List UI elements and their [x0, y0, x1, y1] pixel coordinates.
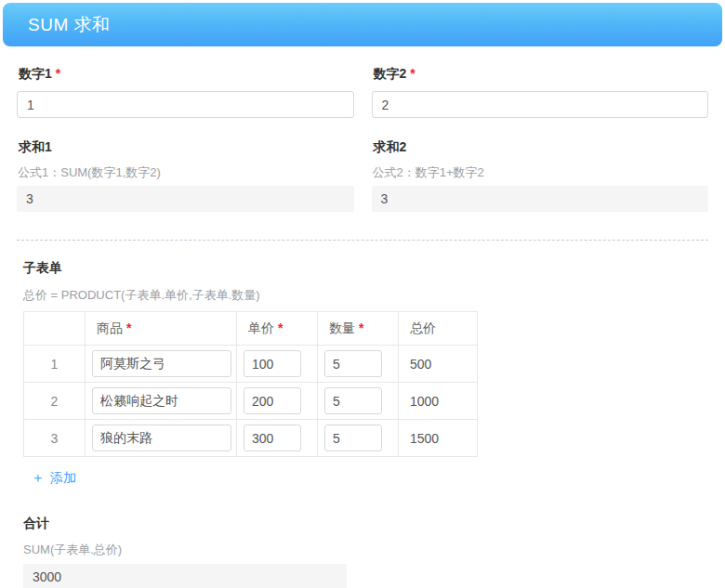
product-input[interactable]	[92, 350, 231, 377]
sum2-formula-hint: 公式2：数字1+数字2	[373, 164, 709, 181]
qty-input[interactable]	[324, 350, 382, 377]
row-total-value: 1500	[399, 420, 478, 457]
form-header: SUM 求和	[3, 3, 722, 46]
product-input[interactable]	[92, 387, 231, 414]
required-asterisk: *	[359, 320, 363, 335]
qty-input[interactable]	[324, 387, 382, 414]
total-formula-hint: SUM(子表单.总价)	[23, 542, 708, 558]
subform-section: 子表单 总价 = PRODUCT(子表单.单价,子表单.数量) 商品* 单价* …	[17, 260, 708, 487]
form-body: 数字1* 数字2* 求和1 公式1：SUM(数字1,数字2) 3 求和2 公式2…	[0, 64, 725, 588]
row-index: 3	[24, 420, 86, 457]
col-header-total: 总价	[399, 312, 478, 346]
sum2-value: 3	[372, 186, 709, 212]
field-num1: 数字1*	[17, 64, 354, 118]
total-value: 3000	[23, 564, 347, 588]
required-asterisk: *	[56, 66, 60, 81]
add-row-label: 添加	[50, 470, 76, 487]
subform-table: 商品* 单价* 数量* 总价 1 500 2	[23, 311, 478, 457]
number-fields-row: 数字1* 数字2*	[17, 64, 708, 118]
num2-input[interactable]	[372, 91, 709, 118]
col-header-price: 单价*	[237, 312, 318, 346]
add-row-button[interactable]: ＋ 添加	[31, 469, 76, 487]
num1-label: 数字1*	[19, 66, 354, 83]
price-input[interactable]	[244, 387, 301, 414]
product-input[interactable]	[92, 425, 231, 451]
row-total-value: 500	[399, 346, 478, 383]
table-row: 1 500	[24, 346, 478, 383]
table-row: 3 1500	[24, 420, 478, 457]
plus-icon: ＋	[31, 469, 45, 487]
num2-label: 数字2*	[374, 66, 709, 83]
sum1-label: 求和1	[19, 139, 354, 156]
row-index: 2	[24, 383, 86, 420]
table-row: 2 1000	[24, 383, 478, 420]
col-header-qty: 数量*	[318, 312, 399, 346]
sum1-value: 3	[17, 186, 354, 212]
required-asterisk: *	[126, 320, 131, 335]
row-total-value: 1000	[399, 383, 478, 420]
total-label: 合计	[23, 516, 708, 532]
subform-title: 子表单	[23, 260, 708, 277]
sum-fields-row: 求和1 公式1：SUM(数字1,数字2) 3 求和2 公式2：数字1+数字2 3	[17, 137, 708, 212]
num1-input[interactable]	[17, 91, 354, 118]
form-title: SUM 求和	[3, 13, 111, 37]
sum2-label: 求和2	[374, 139, 709, 156]
sum1-formula-hint: 公式1：SUM(数字1,数字2)	[18, 164, 354, 181]
subform-header-row: 商品* 单价* 数量* 总价	[24, 312, 478, 346]
field-sum2: 求和2 公式2：数字1+数字2 3	[372, 137, 709, 212]
qty-input[interactable]	[324, 425, 382, 451]
price-input[interactable]	[244, 350, 301, 377]
row-index: 1	[24, 346, 86, 383]
required-asterisk: *	[278, 320, 283, 335]
price-input[interactable]	[244, 425, 301, 451]
section-divider	[17, 240, 708, 241]
total-section: 合计 SUM(子表单.总价) 3000	[17, 516, 708, 588]
col-header-product: 商品*	[86, 312, 237, 346]
field-sum1: 求和1 公式1：SUM(数字1,数字2) 3	[17, 137, 354, 212]
field-num2: 数字2*	[372, 64, 709, 118]
subform-formula-hint: 总价 = PRODUCT(子表单.单价,子表单.数量)	[23, 287, 708, 304]
required-asterisk: *	[410, 66, 415, 81]
col-header-index	[24, 312, 86, 346]
